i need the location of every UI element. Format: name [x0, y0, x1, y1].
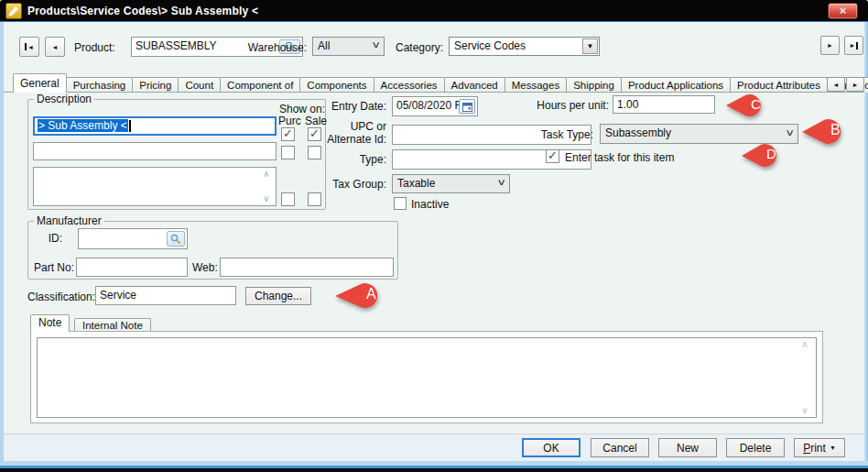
show-on-purc-row1-checkbox[interactable]: ✓	[281, 127, 295, 141]
ok-button[interactable]: OK	[522, 438, 580, 457]
record-next-button[interactable]: ►	[820, 36, 840, 55]
description-line2-input[interactable]	[33, 142, 277, 160]
show-on-purc-row2-checkbox[interactable]	[281, 146, 295, 159]
tab-purchasing[interactable]: Purchasing	[66, 77, 134, 93]
enter-task-label: Enter task for this item	[565, 151, 674, 164]
part-no-label: Part No:	[34, 261, 74, 274]
type-label: Type:	[309, 153, 386, 166]
close-icon: ×	[840, 4, 847, 17]
callout-a-letter: A	[366, 286, 376, 302]
category-label: Category:	[396, 41, 443, 54]
product-label: Product:	[74, 41, 115, 54]
tab-product-attributes[interactable]: Product Attributes	[730, 77, 828, 93]
check-icon: ✓	[548, 148, 558, 162]
scroll-down-icon[interactable]: ∨	[263, 194, 269, 203]
tab-scroll-left-button[interactable]: ◄	[827, 77, 845, 92]
record-last-button[interactable]: ►	[844, 36, 863, 55]
note-panel: ∧ ∨	[30, 331, 823, 423]
scrollbar[interactable]: ∧ ∨	[260, 170, 273, 203]
delete-button[interactable]: Delete	[726, 438, 785, 457]
close-button[interactable]: ×	[828, 3, 858, 19]
cancel-button[interactable]: Cancel	[591, 438, 649, 457]
tab-note[interactable]: Note	[30, 314, 70, 332]
task-type-value: Subassembly	[605, 126, 671, 139]
combo-arrow-icon: ▼	[582, 38, 598, 54]
inactive-checkbox[interactable]	[394, 197, 407, 210]
internal-note-tab-label: Internal Note	[82, 320, 143, 331]
description-long-textarea[interactable]: ∧ ∨	[33, 167, 277, 206]
tab-internal-note[interactable]: Internal Note	[74, 318, 151, 332]
tab-scroll-right-button[interactable]: ►	[846, 77, 864, 92]
tab-count[interactable]: Count	[178, 77, 221, 93]
next-icon: ►	[827, 42, 833, 49]
titlebar: Products\Service Codes\> Sub Assembly < …	[0, 0, 868, 22]
show-on-sale-row3-checkbox[interactable]	[308, 192, 321, 206]
classification-label: Classification:	[27, 291, 95, 303]
enter-task-checkbox[interactable]: ✓	[546, 149, 559, 163]
check-icon: ✓	[283, 126, 293, 140]
upc-label: UPC or Alternate Id:	[309, 120, 386, 147]
inactive-label: Inactive	[411, 198, 449, 211]
calendar-icon	[462, 102, 472, 112]
new-button[interactable]: New	[658, 438, 717, 457]
part-no-input[interactable]	[76, 258, 188, 277]
manufacturer-legend: Manufacturer	[34, 214, 104, 227]
callout-c: C	[726, 93, 768, 117]
tab-product-applications[interactable]: Product Applications	[621, 77, 731, 93]
hours-per-unit-label: Hours per unit:	[531, 99, 609, 112]
tab-general[interactable]: General	[13, 73, 67, 93]
dropdown-arrow-icon: ▼	[830, 445, 836, 451]
classification-input[interactable]: Service	[95, 286, 236, 305]
next-icon: ►	[852, 82, 859, 88]
new-button-label: New	[677, 442, 699, 455]
category-select[interactable]: Service Codes ▼	[449, 37, 600, 56]
entry-date-label: Entry Date:	[309, 100, 386, 113]
note-textarea[interactable]: ∧ ∨	[37, 337, 817, 418]
window-frame-bottom-edge	[0, 468, 868, 472]
selected-text: > Sub Assembly <	[38, 119, 128, 132]
cancel-button-label: Cancel	[602, 442, 636, 455]
description-line1-input[interactable]: > Sub Assembly <	[33, 116, 277, 136]
change-button[interactable]: Change...	[245, 287, 311, 305]
search-icon	[170, 234, 181, 245]
show-on-purc-row3-checkbox[interactable]	[281, 192, 295, 206]
tab-advanced[interactable]: Advanced	[444, 77, 505, 93]
task-type-label: Task Type:	[515, 128, 593, 141]
tab-components[interactable]: Components	[299, 77, 374, 93]
warehouse-select[interactable]: All ∨	[312, 37, 385, 56]
manufacturer-id-input[interactable]	[78, 228, 188, 249]
type-input[interactable]	[392, 149, 591, 170]
upc-label-line2: Alternate Id:	[309, 133, 386, 146]
ok-button-label: OK	[543, 442, 559, 455]
calendar-picker-button[interactable]	[459, 99, 475, 114]
tab-pricing[interactable]: Pricing	[132, 77, 179, 93]
first-record-icon	[25, 43, 27, 50]
chevron-down-icon: ∨	[496, 177, 506, 187]
prev-icon: ◄	[52, 44, 59, 50]
tab-shipping[interactable]: Shipping	[566, 77, 622, 93]
scroll-down-icon[interactable]: ∨	[801, 406, 808, 415]
web-label: Web:	[192, 261, 218, 274]
web-input[interactable]	[220, 258, 394, 277]
tax-group-value: Taxable	[397, 177, 435, 190]
print-button[interactable]: Print ▼	[794, 438, 845, 457]
manufacturer-search-button[interactable]	[167, 231, 185, 247]
entry-date-input[interactable]: 05/08/2020 Fri	[392, 96, 478, 116]
record-first-button[interactable]: ◄	[19, 37, 39, 57]
tab-accessories[interactable]: Accessories	[374, 77, 445, 93]
tax-group-select[interactable]: Taxable ∨	[392, 174, 510, 193]
entry-date-value: 05/08/2020 Fri	[396, 99, 467, 112]
hours-per-unit-input[interactable]: 1.00	[613, 95, 715, 114]
chevron-down-icon: ∨	[371, 39, 381, 49]
scrollbar[interactable]: ∧ ∨	[798, 340, 811, 415]
task-type-select[interactable]: Subassembly ∨	[600, 124, 798, 144]
scroll-up-icon[interactable]: ∧	[801, 340, 808, 349]
warehouse-value: All	[318, 39, 330, 52]
scroll-up-icon[interactable]: ∧	[263, 170, 269, 179]
next-icon: ►	[850, 42, 856, 49]
purc-column-label: Purc	[278, 115, 301, 127]
tab-messages[interactable]: Messages	[505, 77, 567, 93]
callout-d-letter: D	[766, 146, 776, 161]
tab-component-of[interactable]: Component of	[220, 77, 300, 93]
record-prev-button[interactable]: ◄	[45, 37, 65, 57]
